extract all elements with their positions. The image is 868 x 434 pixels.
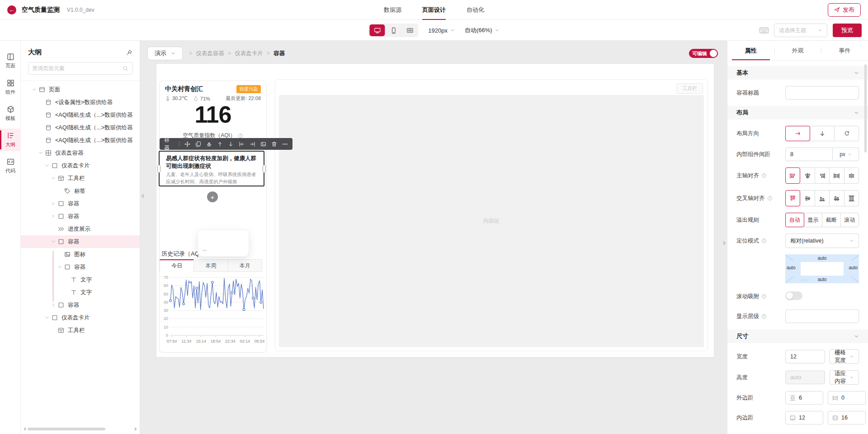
- justify-start-option[interactable]: [785, 167, 800, 184]
- tree-node-页面[interactable]: 页面: [21, 83, 140, 96]
- rail-item-页面[interactable]: 页面: [0, 50, 21, 72]
- tree-node-图标[interactable]: 图标: [21, 248, 140, 261]
- tree-node-设备属性数据供给器[interactable]: <设备属性>数据供给器: [21, 96, 140, 109]
- bug-icon[interactable]: [206, 141, 212, 147]
- cast-device-button[interactable]: [402, 24, 417, 36]
- selected-container[interactable]: 易感人群症状有轻度加剧，健康人群可能出现刺激症状 儿童、老年人及心脏病、呼吸系统…: [159, 151, 264, 186]
- tab-数据源[interactable]: 数据源: [384, 0, 401, 20]
- wrap-option[interactable]: [834, 126, 859, 141]
- arrow-down-icon[interactable]: [228, 141, 234, 147]
- monitor-device-button[interactable]: [369, 24, 385, 36]
- offset-top[interactable]: auto: [785, 256, 859, 261]
- tab-自动化[interactable]: 自动化: [467, 0, 484, 20]
- arrow-up-icon[interactable]: [217, 141, 223, 147]
- tree-node-进度展示[interactable]: 进度展示: [21, 223, 140, 235]
- scroll-left-icon[interactable]: [24, 427, 26, 431]
- trash-icon[interactable]: [271, 141, 277, 147]
- section-size[interactable]: 尺寸: [727, 329, 868, 343]
- position-diagram[interactable]: auto auto auto auto INSET: [785, 254, 859, 283]
- 截断-option[interactable]: 截断: [822, 213, 841, 227]
- tree-node-AQI随机生成数据供给器[interactable]: <AQI随机生成（...>数据供给器: [21, 134, 140, 147]
- gap-unit-select[interactable]: px: [833, 148, 859, 161]
- keyboard-icon[interactable]: [760, 26, 769, 35]
- arrow-down-option[interactable]: [810, 126, 835, 141]
- caret-down-icon[interactable]: [43, 163, 51, 168]
- outline-hscrollbar[interactable]: [24, 427, 137, 431]
- 自动-option[interactable]: 自动: [785, 213, 804, 227]
- editable-toggle[interactable]: 可编辑: [689, 49, 718, 58]
- arrow-right-option[interactable]: [785, 126, 810, 141]
- collapse-right-icon[interactable]: [723, 241, 726, 245]
- tree-node-容器[interactable]: 容器: [21, 210, 140, 223]
- back-button[interactable]: ←: [7, 5, 16, 14]
- container-title-input[interactable]: [785, 86, 859, 100]
- justify-center-option[interactable]: [800, 167, 815, 184]
- padding-vertical-input[interactable]: 12: [785, 411, 823, 424]
- caret-down-icon[interactable]: [37, 151, 44, 155]
- preview-button[interactable]: 预览: [833, 24, 862, 37]
- image-icon[interactable]: [260, 141, 266, 147]
- scrollbar-thumb[interactable]: [28, 428, 105, 430]
- rail-item-模板[interactable]: 模板: [0, 102, 21, 125]
- height-input[interactable]: [785, 371, 825, 384]
- props-tab-外观[interactable]: 外观: [774, 41, 821, 60]
- to-start-icon[interactable]: [239, 141, 245, 147]
- page-width-dropdown[interactable]: 1920px: [428, 27, 455, 34]
- breadcrumb-item[interactable]: 容器: [274, 50, 285, 57]
- mode-select[interactable]: 演示: [147, 47, 183, 60]
- resize-handle-right[interactable]: [263, 165, 266, 173]
- props-tab-事件[interactable]: 事件: [821, 41, 868, 60]
- history-tab-今日[interactable]: 今日: [160, 259, 194, 272]
- offset-right[interactable]: auto: [849, 265, 858, 270]
- height-unit-select[interactable]: 适应内容: [830, 370, 859, 385]
- add-component-button[interactable]: +: [207, 191, 218, 202]
- position-select[interactable]: 相对(relative): [785, 234, 859, 248]
- phone-device-button[interactable]: [386, 24, 401, 36]
- margin-horizontal-input[interactable]: 0: [828, 391, 866, 405]
- props-tab-属性[interactable]: 属性: [727, 41, 774, 60]
- align-center-option[interactable]: [800, 190, 815, 206]
- space-between-option[interactable]: [829, 167, 844, 184]
- tree-node-容器[interactable]: 容器: [21, 235, 140, 248]
- copy-icon[interactable]: [195, 141, 201, 147]
- rail-item-大纲[interactable]: 大纲: [0, 129, 21, 151]
- tree-node-AQI随机生成数据供给器[interactable]: <AQI随机生成（...>数据供给器: [21, 121, 140, 134]
- caret-down-icon[interactable]: [31, 87, 38, 92]
- caret-right-icon[interactable]: [50, 303, 57, 307]
- tree-node-AQI随机生成数据供给器[interactable]: <AQI随机生成（...>数据供给器: [21, 109, 140, 121]
- outline-search-input[interactable]: [32, 65, 123, 72]
- tree-node-仪表盘卡片[interactable]: 仪表盘卡片: [21, 311, 140, 324]
- tree-node-容器[interactable]: 容器: [21, 261, 140, 273]
- caret-down-icon[interactable]: [43, 315, 51, 320]
- move-icon[interactable]: [184, 141, 190, 147]
- offset-bottom[interactable]: auto: [785, 277, 859, 282]
- to-end-icon[interactable]: [250, 141, 255, 147]
- tab-页面设计[interactable]: 页面设计: [422, 0, 446, 20]
- align-start-option[interactable]: [785, 190, 800, 206]
- breadcrumb-item[interactable]: 仪表盘容器: [196, 50, 224, 57]
- width-input[interactable]: [785, 350, 825, 363]
- caret-right-icon[interactable]: [50, 201, 57, 206]
- tree-node-文字[interactable]: 文字: [21, 286, 140, 299]
- tree-node-容器[interactable]: 容器: [21, 197, 140, 210]
- dashboard-card-empty[interactable]: 工具栏 内容区: [275, 79, 708, 351]
- resize-handle-left[interactable]: [157, 165, 160, 173]
- tree-node-工具栏[interactable]: 工具栏: [21, 324, 140, 337]
- tree-node-标签[interactable]: 标签: [21, 185, 140, 197]
- align-end-option[interactable]: [815, 190, 830, 206]
- caret-down-icon[interactable]: [50, 239, 57, 244]
- collapse-left-icon[interactable]: [141, 194, 144, 198]
- align-baseline-option[interactable]: [829, 190, 844, 206]
- caret-right-icon[interactable]: [50, 214, 57, 219]
- 滚动-option[interactable]: 滚动: [840, 213, 859, 227]
- dashboard-card[interactable]: 中关村青创汇 轻度污染 30.2℃ 71% 最后更新: 22:08 116 空气…: [159, 81, 267, 353]
- space-around-option[interactable]: [844, 167, 859, 184]
- more-icon[interactable]: [282, 141, 288, 147]
- caret-down-icon[interactable]: [50, 176, 57, 181]
- tree-node-工具栏[interactable]: 工具栏: [21, 172, 140, 185]
- align-stretch-option[interactable]: [844, 190, 859, 206]
- zoom-dropdown[interactable]: 自动(66%): [465, 26, 500, 34]
- tree-node-文字[interactable]: 文字: [21, 273, 140, 286]
- outline-search[interactable]: [28, 62, 132, 75]
- scroll-snap-toggle[interactable]: [785, 291, 802, 300]
